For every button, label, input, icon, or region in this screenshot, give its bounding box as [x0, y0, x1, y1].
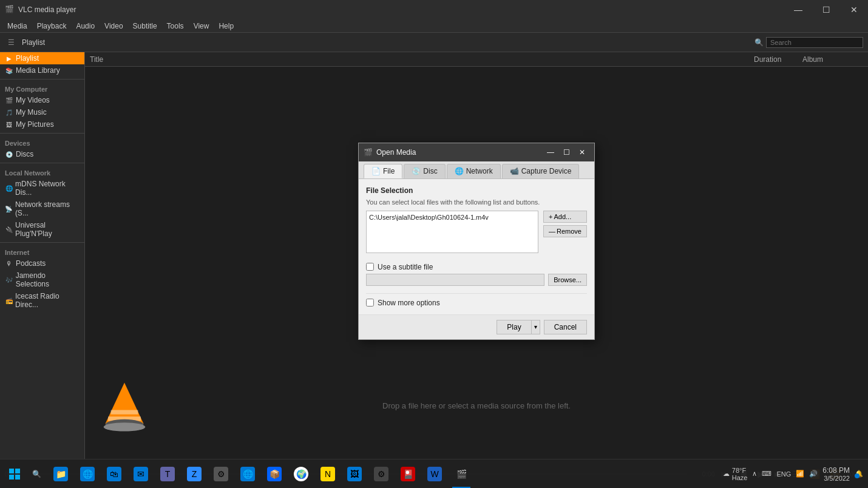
tab-capture[interactable]: 📹 Capture Device [502, 164, 580, 178]
taskbar-app-chrome[interactable]: 🌍 [289, 459, 313, 489]
taskbar-search[interactable]: 🔍 [27, 464, 46, 484]
tab-network[interactable]: 🌐 Network [447, 164, 501, 178]
dialog-titlebar: 🎬 Open Media — ☐ ✕ [359, 143, 594, 161]
playlist-toggle-icon[interactable]: ☰ [5, 36, 17, 49]
play-button[interactable]: Play [497, 320, 531, 334]
menu-media[interactable]: Media [2, 21, 32, 32]
wifi-icon: 📶 [796, 470, 804, 478]
menu-help[interactable]: Help [214, 21, 239, 32]
maximize-button[interactable]: ☐ [812, 0, 840, 19]
add-file-button[interactable]: + Add... [543, 211, 587, 223]
notification-badge [855, 473, 860, 478]
sidebar-item-videos[interactable]: 🎬 My Videos [0, 94, 84, 106]
weather-widget[interactable]: ☁ 78°F Haze [723, 467, 748, 481]
volume-icon[interactable]: 🔊 [809, 470, 818, 478]
mdns-icon: 🌐 [5, 184, 13, 192]
date: 3/5/2022 [822, 475, 850, 482]
sidebar-item-playlist[interactable]: ▶ Playlist [0, 52, 84, 64]
taskbar-app-settings[interactable]: ⚙ [209, 459, 233, 489]
dialog-minimize-button[interactable]: — [543, 145, 558, 160]
window-controls: — ☐ ✕ [784, 0, 868, 19]
sidebar-item-music[interactable]: 🎵 My Music [0, 106, 84, 118]
subtitle-checkbox[interactable] [366, 263, 374, 271]
file-tab-icon: 📄 [371, 167, 381, 175]
sidebar-item-mdns[interactable]: 🌐 mDNS Network Dis... [0, 178, 84, 198]
settings2-icon: ⚙ [374, 467, 388, 481]
sidebar-item-icecast[interactable]: 📻 Icecast Radio Direc... [0, 290, 84, 311]
sidebar-item-pictures[interactable]: 🖼 My Pictures [0, 118, 84, 130]
taskbar-app-edge[interactable]: 🌐 [75, 459, 100, 489]
taskbar-app-store[interactable]: 🛍 [102, 459, 126, 489]
tab-disc[interactable]: 💿 Disc [404, 164, 445, 178]
menu-subtitle[interactable]: Subtitle [128, 21, 162, 32]
sidebar-item-media-library[interactable]: 📚 Media Library [0, 64, 84, 76]
taskbar-app-photos[interactable]: 🖼 [342, 459, 367, 489]
play-button-group: Play ▾ [497, 320, 540, 334]
local-network-label: Local Network [0, 166, 84, 178]
taskbar-app-settings2[interactable]: ⚙ [369, 459, 393, 489]
sidebar-divider-4 [0, 242, 84, 243]
subtitle-section: Use a subtitle file Browse... [366, 263, 587, 286]
dialog-close-button[interactable]: ✕ [575, 145, 589, 160]
my-computer-label: My Computer [0, 82, 84, 94]
menu-tools[interactable]: Tools [162, 21, 189, 32]
network-tab-icon: 🌐 [455, 167, 464, 175]
menu-playback[interactable]: Playback [32, 21, 72, 32]
taskbar-app-teams[interactable]: T [155, 459, 180, 489]
music-icon: 🎵 [5, 108, 13, 117]
word-icon: W [427, 467, 442, 481]
search-input[interactable] [766, 37, 863, 48]
sidebar-item-network-streams[interactable]: 📡 Network streams (S... [0, 198, 84, 219]
title-bar: 🎬 VLC media player — ☐ ✕ [0, 0, 868, 19]
minimize-button[interactable]: — [784, 0, 812, 19]
remove-file-button[interactable]: — Remove [543, 225, 587, 237]
sidebar-item-upnp[interactable]: 🔌 Universal Plug'N'Play [0, 219, 84, 240]
sidebar-playlist-label: Playlist [16, 54, 39, 63]
taskbar-app-mail[interactable]: ✉ [129, 459, 153, 489]
svg-rect-8 [15, 475, 20, 480]
menu-audio[interactable]: Audio [71, 21, 100, 32]
playlist-icon: ▶ [5, 54, 13, 63]
taskbar-app-word[interactable]: W [422, 459, 447, 489]
close-button[interactable]: ✕ [840, 0, 868, 19]
sidebar-item-podcasts[interactable]: 🎙 Podcasts [0, 257, 84, 269]
tab-file[interactable]: 📄 File [364, 164, 402, 178]
content-area: Title Duration Album Drop a file here or… [85, 52, 868, 459]
language-label[interactable]: ENG [776, 470, 791, 478]
show-more-label[interactable]: Show more options [378, 299, 440, 307]
taskbar-app-explorer[interactable]: 📁 [49, 459, 73, 489]
disc-icon: 💿 [5, 150, 13, 158]
cancel-button[interactable]: Cancel [544, 320, 587, 334]
browse-button[interactable]: Browse... [548, 274, 587, 286]
internet-label: Internet [0, 245, 84, 257]
subtitle-file-input[interactable] [366, 274, 544, 286]
sidebar-music-label: My Music [16, 108, 47, 117]
norton-icon: N [320, 467, 335, 481]
upnp-icon: 🔌 [5, 225, 13, 234]
sidebar-item-jamendo[interactable]: 🎶 Jamendo Selections [0, 269, 84, 290]
edge2-icon: 🌐 [240, 467, 255, 481]
notification-icon[interactable]: 🔔 [855, 470, 863, 478]
dialog-title: Open Media [376, 148, 543, 157]
play-dropdown-button[interactable]: ▾ [532, 320, 540, 334]
subtitle-label[interactable]: Use a subtitle file [378, 263, 433, 271]
sidebar-item-discs[interactable]: 💿 Discs [0, 148, 84, 160]
taskbar-app-edge2[interactable]: 🌐 [236, 459, 260, 489]
menu-view[interactable]: View [189, 21, 214, 32]
playlist-header: ☰ Playlist 🔍 [0, 33, 868, 52]
show-more-checkbox[interactable] [366, 299, 374, 307]
taskbar-app-app10[interactable]: 🎴 [396, 459, 420, 489]
open-media-dialog: 🎬 Open Media — ☐ ✕ 📄 File 💿 [358, 143, 595, 340]
dialog-body: File Selection You can select local file… [359, 179, 594, 314]
taskbar-app-dropbox[interactable]: 📦 [262, 459, 287, 489]
dialog-maximize-button[interactable]: ☐ [559, 145, 574, 160]
clock[interactable]: 6:08 PM 3/5/2022 [822, 466, 850, 482]
menu-bar: Media Playback Audio Video Subtitle Tool… [0, 19, 868, 33]
taskbar-app-zoom[interactable]: Z [182, 459, 206, 489]
taskbar-app-norton[interactable]: N [316, 459, 340, 489]
taskbar-app-vlc[interactable]: 🎬 [449, 459, 473, 489]
sidebar-mdns-label: mDNS Network Dis... [15, 180, 80, 197]
menu-video[interactable]: Video [100, 21, 127, 32]
start-button[interactable] [5, 464, 24, 484]
devices-label: Devices [0, 136, 84, 148]
